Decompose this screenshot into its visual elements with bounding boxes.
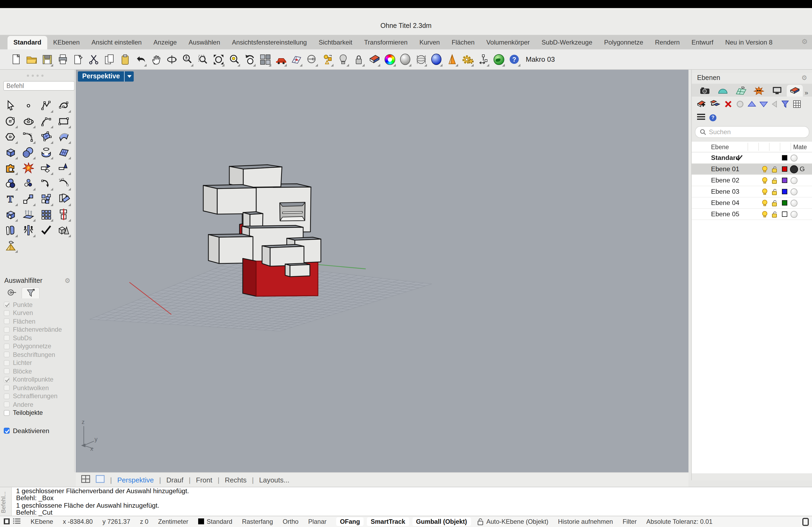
move-up-icon[interactable]	[748, 100, 756, 110]
status-active-layer[interactable]: Standard	[198, 518, 232, 525]
filter-item-beschriftungen[interactable]: Beschriftungen	[4, 350, 75, 359]
toggle-historie[interactable]: Historie aufnehmen	[558, 518, 613, 525]
solids-icon[interactable]	[55, 222, 73, 238]
save-icon[interactable]	[40, 51, 54, 67]
filter-item-kurven[interactable]: Kurven	[4, 309, 75, 317]
offset-surface-icon[interactable]	[2, 222, 19, 238]
split-figures-icon[interactable]	[19, 222, 37, 238]
align-icon[interactable]	[55, 207, 73, 222]
viewport-layout-icon[interactable]	[258, 51, 272, 67]
viewport-single-icon[interactable]	[96, 475, 105, 485]
layer-filter-icon[interactable]	[781, 100, 789, 110]
zoom-extents-icon[interactable]	[211, 51, 226, 67]
tab-bar-gear-icon[interactable]: ⚙	[801, 37, 808, 46]
new-sublayer-icon[interactable]	[710, 99, 721, 110]
viewport-title[interactable]: Perspektive	[78, 71, 134, 81]
pointer-icon[interactable]	[2, 98, 19, 113]
layer-color-swatch[interactable]	[782, 155, 787, 161]
undo-icon[interactable]	[133, 51, 148, 67]
filter-objects-tab[interactable]	[3, 287, 20, 298]
layer-on-bulb-icon[interactable]	[762, 177, 768, 186]
perspective-viewport[interactable]: z y x Perspektive	[76, 70, 688, 472]
status-tolerance[interactable]: Absolute Toleranz: 0.01	[646, 518, 712, 525]
status-units[interactable]: Zentimeter	[158, 518, 188, 525]
lock-icon[interactable]	[351, 51, 366, 67]
arrange-icon[interactable]	[37, 191, 55, 207]
view-tab-rechts[interactable]: Rechts	[225, 476, 246, 484]
toggle-gumball[interactable]: Gumball (Objekt)	[412, 517, 471, 526]
solid-box-icon[interactable]	[2, 207, 19, 222]
curve-icon[interactable]	[55, 98, 73, 113]
camera-tab-icon[interactable]	[697, 85, 713, 96]
arc-icon[interactable]	[37, 113, 55, 129]
viewport-grid-icon[interactable]	[81, 475, 90, 485]
menu-tab-polygonnetze[interactable]: Polygonnetze	[598, 36, 649, 49]
status-list-icon[interactable]	[13, 518, 21, 525]
pan-view-icon[interactable]	[149, 51, 163, 67]
polygon-icon[interactable]	[2, 129, 19, 144]
layer-material-circle[interactable]	[791, 154, 798, 161]
filter-item-punkte[interactable]: Punkte	[4, 301, 75, 309]
filter-item-bloecke[interactable]: Blöcke	[4, 367, 75, 375]
spheres-icon[interactable]	[19, 144, 37, 160]
filter-item-lichter[interactable]: Lichter	[4, 359, 75, 367]
copy-icon[interactable]	[102, 51, 117, 67]
new-document-icon[interactable]	[9, 51, 23, 67]
shaded-sphere-icon[interactable]	[398, 51, 412, 67]
panel-tab-overflow-icon[interactable]: »	[805, 89, 808, 96]
layer-color-swatch[interactable]	[782, 178, 787, 183]
help-icon[interactable]: ?	[507, 51, 521, 67]
move-icon[interactable]	[19, 191, 37, 207]
layer-row-ebene-03[interactable]: Ebene 03	[692, 186, 812, 197]
menu-tab-subd-werkzeuge[interactable]: SubD-Werkzeuge	[536, 36, 598, 49]
view-tab-drauf[interactable]: Drauf	[166, 476, 184, 484]
car-icon[interactable]	[273, 51, 288, 67]
command-side-tab[interactable]: Befehl...	[0, 487, 12, 516]
layer-material-circle[interactable]	[791, 188, 798, 195]
menu-tab-kebenen[interactable]: KEbenen	[47, 36, 86, 49]
layer-lock-icon[interactable]	[771, 177, 778, 186]
toggle-rasterfang[interactable]: Rasterfang	[242, 518, 273, 525]
menu-tab-ansichtsfenstereinstellung[interactable]: Ansichtsfenstereinstellung	[226, 36, 313, 49]
layer-on-bulb-icon[interactable]	[762, 166, 768, 175]
trim-icon[interactable]	[37, 160, 55, 176]
circle-icon[interactable]	[2, 113, 19, 129]
toggle-ofang[interactable]: OFang	[336, 517, 364, 526]
layer-lock-icon[interactable]	[771, 189, 778, 197]
layer-lock-icon[interactable]	[771, 200, 778, 208]
color-wheel-icon[interactable]	[382, 51, 397, 67]
layer-on-bulb-icon[interactable]	[762, 200, 768, 208]
menu-tab-ansicht-einstellen[interactable]: Ansicht einstellen	[86, 36, 148, 49]
menu-tab-rendern[interactable]: Rendern	[649, 36, 685, 49]
zoom-selected-icon[interactable]	[227, 51, 241, 67]
filter-item-schraffierungen[interactable]: Schraffierungen	[4, 392, 75, 400]
zoom-window-icon[interactable]	[195, 51, 210, 67]
status-window-icon[interactable]	[3, 518, 10, 525]
text-icon[interactable]: T	[2, 191, 19, 207]
extend-curve-icon[interactable]	[55, 176, 73, 191]
filter-filter-tab[interactable]	[21, 287, 40, 298]
menu-tab-auswaehlen[interactable]: Auswählen	[183, 36, 226, 49]
rotate-view-icon[interactable]	[164, 51, 179, 67]
fillet-icon[interactable]	[19, 129, 37, 144]
ellipse-icon[interactable]	[19, 113, 37, 129]
settings-gears-icon[interactable]	[460, 51, 475, 67]
split-icon[interactable]	[55, 160, 73, 176]
layer-on-bulb-icon[interactable]	[762, 211, 768, 220]
toggle-filter[interactable]: Filter	[623, 518, 637, 525]
layer-row-ebene-01[interactable]: Ebene 01 G	[692, 164, 812, 175]
layer-wedge-icon[interactable]	[367, 51, 381, 67]
filter-item-andere[interactable]: Andere	[4, 400, 75, 409]
layers-panel-gear-icon[interactable]: ⚙	[801, 74, 807, 81]
array-icon[interactable]	[37, 207, 55, 222]
open-file-icon[interactable]	[24, 51, 39, 67]
filter-item-subds[interactable]: SubDs	[4, 334, 75, 342]
display-monitor-tab-icon[interactable]	[769, 85, 785, 96]
explode-icon[interactable]	[19, 160, 37, 176]
view-tab-perspektive[interactable]: Perspektive	[117, 476, 154, 484]
layer-row-ebene-05[interactable]: Ebene 05	[692, 209, 812, 220]
layer-row-standard[interactable]: Standard	[692, 152, 812, 164]
layer-color-swatch[interactable]	[782, 166, 787, 172]
menu-tab-standard[interactable]: Standard	[8, 36, 47, 49]
menu-tab-anzeige[interactable]: Anzeige	[148, 36, 183, 49]
